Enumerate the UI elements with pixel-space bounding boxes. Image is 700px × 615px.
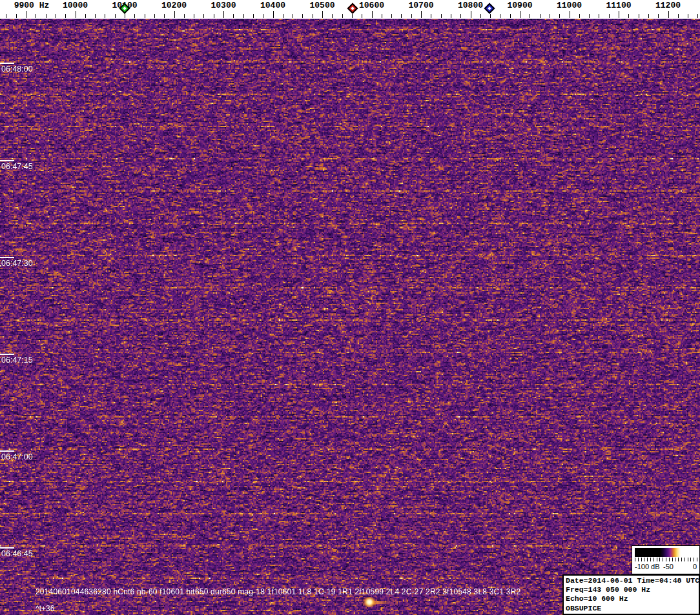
- freq-tick: [95, 14, 96, 18]
- freq-tick-label: 11000: [557, 1, 582, 10]
- freq-tick: [283, 14, 283, 18]
- colorbar-tick: [694, 558, 694, 561]
- colorbar-tick: [678, 558, 679, 561]
- freq-tick: [697, 14, 698, 18]
- time-label: 06:47:00: [1, 452, 33, 461]
- freq-tick: [530, 14, 530, 18]
- time-label: 06:48:00: [1, 65, 33, 74]
- freq-tick: [431, 14, 431, 18]
- time-label: 06:47:15: [1, 356, 33, 365]
- time-tick: [0, 63, 14, 64]
- observation-info-box: Date=2014-06-01 Time=04:48 UTC Freq=143 …: [562, 574, 700, 615]
- colorbar-tick: [644, 558, 644, 561]
- freq-tick: [85, 14, 86, 18]
- freq-tick-label: 10800: [458, 1, 483, 10]
- freq-tick: [56, 14, 56, 18]
- freq-tick: [382, 14, 382, 18]
- colorbar-label-max: 0: [693, 563, 697, 570]
- time-label: 06:46:45: [1, 549, 33, 558]
- freq-tick: [352, 14, 353, 18]
- time-tick: [0, 160, 14, 161]
- freq-tick: [6, 14, 6, 18]
- freq-tick: [480, 14, 481, 18]
- freq-tick: [550, 14, 550, 18]
- freq-tick: [293, 14, 293, 18]
- freq-tick: [639, 14, 639, 18]
- freq-tick: [273, 11, 274, 18]
- freq-tick: [174, 11, 175, 18]
- freq-tick: [203, 14, 204, 18]
- freq-tick: [194, 14, 194, 18]
- colorbar-tick: [659, 558, 660, 561]
- colorbar-tick: [685, 558, 685, 561]
- freq-tick-label: 10200: [161, 1, 187, 10]
- marker-red-diamond[interactable]: [347, 3, 358, 14]
- freq-tick: [362, 14, 362, 18]
- time-tick: [0, 450, 14, 452]
- colorbar-tick: [690, 558, 691, 561]
- freq-tick: [332, 14, 333, 18]
- freq-tick-label: 10600: [359, 1, 384, 10]
- freq-tick: [184, 14, 185, 18]
- freq-tick: [421, 11, 422, 18]
- freq-tick: [451, 14, 451, 18]
- info-station: OBSUPICE: [566, 604, 697, 613]
- freq-tick: [559, 14, 560, 18]
- colorbar-tick: [638, 558, 639, 561]
- colorbar-tick: [663, 558, 663, 561]
- freq-tick: [214, 14, 214, 18]
- time-label: 06:47:30: [1, 259, 33, 268]
- freq-tick: [628, 14, 629, 18]
- freq-tick: [154, 14, 155, 18]
- freq-tick: [460, 14, 461, 18]
- info-date-time: Date=2014-06-01 Time=04:48 UTC: [566, 576, 697, 585]
- freq-tick: [65, 14, 66, 18]
- time-tick: [0, 354, 14, 355]
- colorbar-ruler: [635, 558, 697, 561]
- colorbar-tick: [666, 558, 666, 561]
- freq-tick: [223, 11, 224, 18]
- freq-tick: [599, 14, 599, 18]
- colorbar-panel: -100 dB -50 0: [632, 545, 700, 574]
- info-frequency: Freq=143 050 000 Hz: [566, 585, 697, 594]
- colorbar-tick: [672, 558, 673, 561]
- freq-tick: [46, 14, 46, 18]
- colorbar-tick: [669, 558, 670, 561]
- freq-tick: [26, 11, 26, 18]
- freq-tick: [579, 14, 580, 18]
- freq-tick: [164, 14, 165, 18]
- colorbar-tick: [641, 558, 642, 561]
- freq-tick: [510, 14, 511, 18]
- freq-tick-label: 11200: [655, 1, 681, 10]
- time-offset-label: ^t+36: [36, 604, 54, 613]
- freq-tick: [322, 11, 323, 18]
- freq-tick: [391, 14, 392, 18]
- freq-tick-label: 10900: [507, 1, 532, 10]
- colorbar-tick: [647, 558, 648, 561]
- freq-tick-label: 9900 Hz: [14, 1, 50, 10]
- colorbar-tick: [654, 558, 654, 561]
- colorbar-labels: -100 dB -50 0: [632, 563, 699, 572]
- freq-tick-label: 10300: [211, 1, 236, 10]
- freq-tick: [243, 14, 244, 18]
- marker-core: [488, 6, 491, 10]
- freq-tick: [302, 14, 303, 18]
- freq-tick: [589, 14, 590, 18]
- freq-tick: [471, 11, 471, 18]
- freq-tick: [342, 14, 343, 18]
- colorbar-label-min: -100 dB: [635, 563, 660, 570]
- freq-tick: [648, 14, 649, 18]
- freq-tick: [16, 14, 17, 18]
- waterfall-spectrogram-canvas: [0, 19, 700, 615]
- freq-tick-label: 10700: [408, 1, 433, 10]
- colorbar-tick: [675, 558, 675, 561]
- freq-tick-label: 11100: [606, 1, 631, 10]
- freq-tick-label: 10400: [260, 1, 285, 10]
- freq-tick: [401, 14, 402, 18]
- freq-tick-label: 10000: [63, 1, 88, 10]
- freq-tick: [411, 14, 412, 18]
- freq-tick: [134, 14, 135, 18]
- freq-tick: [490, 14, 491, 18]
- marker-blue-diamond[interactable]: [484, 3, 495, 14]
- marker-core: [351, 6, 355, 10]
